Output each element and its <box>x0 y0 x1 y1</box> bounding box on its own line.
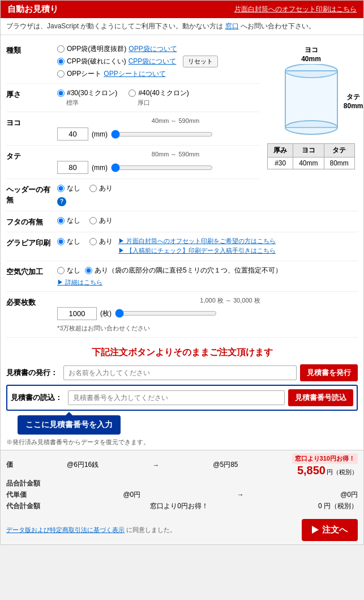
tate-row: タテ 80mm ～ 590mm (mm) <box>6 146 260 179</box>
airhole-label: 空気穴加工 <box>6 266 57 277</box>
agent-arrow: → <box>237 491 244 499</box>
header-nashi-label: なし <box>67 184 80 193</box>
header-row: ヘッダーの有無 なし あり ? <box>6 179 358 211</box>
quote-note: ※発行済み見積書番号からデータを復元できます。 <box>6 438 358 446</box>
unit-price-label: 価 <box>6 460 13 470</box>
spec-yoko-val: 40mm <box>293 158 324 169</box>
issue-btn[interactable]: 見積書を発行 <box>300 364 358 381</box>
unit-at2: @5円85 <box>213 460 238 470</box>
diagram-tate-label: タテ 80mm <box>344 92 363 110</box>
futa-ari-radio[interactable] <box>89 217 97 224</box>
read-input[interactable] <box>68 390 285 405</box>
contact-link[interactable]: 窓口 <box>225 22 239 30</box>
opp-link[interactable]: OPP袋について <box>129 44 177 54</box>
agent-savings: 窓口より0円お得！ <box>150 501 208 511</box>
issue-input[interactable] <box>63 365 297 380</box>
total-price-row: 品合計金額 <box>6 479 358 488</box>
yoko-unit: (mm) <box>92 130 108 138</box>
savings-label: 窓口より310円お得！ <box>292 453 358 464</box>
tate-slider[interactable] <box>111 163 213 172</box>
type-row: 種類 OPP袋(透明度抜群) OPP袋について CPP袋(破れにくい) <box>6 40 260 84</box>
yoko-slider[interactable] <box>111 130 213 139</box>
bag-diagram-container: ヨコ 40mm <box>283 45 340 138</box>
tate-input[interactable] <box>57 161 88 174</box>
thickness-40-radio[interactable] <box>129 90 136 97</box>
airhole-nashi-radio[interactable] <box>57 267 65 274</box>
header-ari-radio[interactable] <box>89 185 97 192</box>
agent-total-value2: 0 円（税別） <box>318 501 358 511</box>
agent-label: 代単価 <box>6 490 27 500</box>
gravure-ari-radio[interactable] <box>89 238 97 245</box>
type-label: 種類 <box>6 44 57 56</box>
price-area-right: 窓口より310円お得！ 5,850 円（税別） <box>292 453 358 477</box>
tate-label: タテ <box>6 150 57 161</box>
gravure-nashi-radio[interactable] <box>57 238 65 245</box>
spec-row: #30 40mm 80mm <box>268 158 355 169</box>
price-section: 価 @6円16銭 → @5円85 窓口より310円お得！ 5,850 円（税別）… <box>1 450 363 516</box>
agent-total-label: 代合計金額 <box>6 501 40 511</box>
qty-range: 1,000 枚 ～ 30,000 枚 <box>102 296 358 305</box>
qty-input[interactable] <box>57 307 97 320</box>
gravure-link1[interactable]: ▶ 片面白封筒へのオフセット印刷をご希望の方はこちら <box>118 237 276 244</box>
notice-bar: ブラウザは、JavaScript が動くようにしてご利用下さい。動かない方は 窓… <box>1 18 363 35</box>
issue-quote-row: 見積書の発行： 見積書を発行 <box>6 364 358 381</box>
spec-col-tate: タテ <box>324 144 354 158</box>
yoko-input[interactable] <box>57 127 88 141</box>
header-label: ヘッダーの有無 <box>6 184 57 205</box>
thickness-row: 厚さ #30(30ミクロン) 標準 <box>6 84 260 112</box>
cpp-link[interactable]: CPP袋について <box>129 57 177 66</box>
terms-link[interactable]: データ版および特定商取引法に基づく表示 <box>6 526 125 533</box>
order-section: データ版および特定商取引法に基づく表示 に同意しました。 注文へ <box>1 516 363 544</box>
type-cpp-label: CPP袋(破れにくい) <box>67 57 126 66</box>
tooltip-balloon: ここに見積書番号を入力 <box>18 415 121 435</box>
qty-unit: (枚) <box>100 309 112 318</box>
tate-unit: (mm) <box>92 164 108 172</box>
oppsheet-link[interactable]: OPPシートについて <box>104 69 165 79</box>
quote-section: 見積書の発行： 見積書を発行 見積書の読込： 見積書番号読込 ここに見積書番号を… <box>1 361 363 450</box>
type-opp-radio[interactable] <box>57 45 65 53</box>
type-oppsheet-radio[interactable] <box>57 70 65 78</box>
agent-total-row: 代合計金額 窓口より0円お得！ 0 円（税別） <box>6 501 358 511</box>
spec-tate-val: 80mm <box>324 158 354 169</box>
diagram-yoko-label: ヨコ 40mm <box>283 45 340 63</box>
bag-diagram: タテ 80mm <box>283 64 340 138</box>
order-agree: データ版および特定商取引法に基づく表示 に同意しました。 <box>6 526 297 534</box>
reset-button[interactable]: リセット <box>183 56 218 67</box>
spec-col-yoko: ヨコ <box>293 144 324 158</box>
agent-value: @0円 <box>123 490 140 500</box>
gravure-label: グラビア印刷 <box>6 237 57 248</box>
gravure-nashi-label: なし <box>67 237 80 246</box>
type-options: OPP袋(透明度抜群) OPP袋について CPP袋(破れにくい) CPP袋につい… <box>57 44 260 79</box>
gravure-ari-label: あり <box>99 237 113 246</box>
airhole-detail-link[interactable]: ▶ 詳細はこちら <box>57 279 102 286</box>
play-icon <box>312 526 319 534</box>
unit-at: @6円16銭 <box>67 460 99 470</box>
agent-price-row: 代単価 @0円 → @0円 <box>6 490 358 500</box>
thickness-30-label: #30(30ミクロン) <box>67 88 117 98</box>
page-header: 自動お見積り 片面白封筒へのオフセット印刷はこちら <box>1 1 363 18</box>
futa-nashi-radio[interactable] <box>57 217 65 224</box>
read-btn[interactable]: 見積書番号読込 <box>288 389 353 406</box>
order-button[interactable]: 注文へ <box>302 519 358 541</box>
type-opp-label: OPP袋(透明度抜群) <box>67 44 126 54</box>
header-nashi-radio[interactable] <box>57 185 65 192</box>
futa-nashi-label: なし <box>67 216 80 225</box>
airhole-ari-radio[interactable] <box>85 267 92 274</box>
futa-row: フタの有無 なし あり <box>6 211 358 232</box>
agent-value2: @0円 <box>340 490 358 500</box>
gravure-link2[interactable]: ▶ 【入稿前にチェック】印刷データ入稿手引きはこちら <box>118 247 276 254</box>
type-oppsheet-label: OPPシート <box>67 69 101 79</box>
thickness-30-radio[interactable] <box>57 90 65 97</box>
header-help-icon[interactable]: ? <box>57 197 66 206</box>
qty-slider[interactable] <box>115 309 217 318</box>
issue-label: 見積書の発行： <box>6 368 60 378</box>
svg-point-2 <box>285 121 337 134</box>
header-offset-link[interactable]: 片面白封筒へのオフセット印刷はこちら <box>234 5 357 14</box>
page-title: 自動お見積り <box>7 4 58 15</box>
read-quote-row: 見積書の読込： 見積書番号読込 <box>6 385 358 411</box>
type-cpp-radio[interactable] <box>57 58 65 65</box>
total-unit: 円（税別） <box>327 468 358 476</box>
total-value: 5,850 <box>297 464 326 477</box>
svg-rect-1 <box>285 71 337 127</box>
gravure-row: グラビア印刷 なし あり ▶ 片面白封筒へのオフセット印刷 <box>6 232 358 261</box>
